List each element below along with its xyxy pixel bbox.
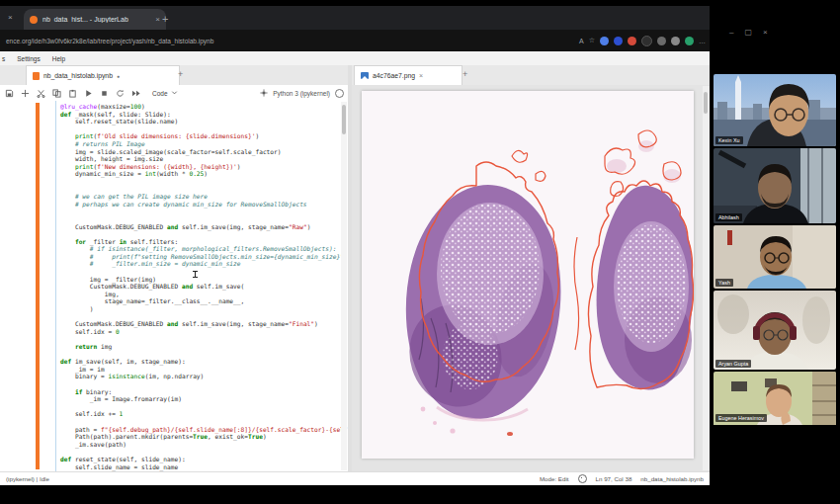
scrollbar-thumb[interactable]	[704, 92, 708, 114]
notebook-panel: nb_data_histolab.ipynb ● +	[0, 65, 348, 471]
extension-icon[interactable]	[614, 37, 623, 45]
paste-cells-button[interactable]	[68, 89, 77, 98]
code-line: self.idx += 1	[60, 410, 338, 418]
account-avatar[interactable]	[685, 37, 694, 45]
code-line: _im = im	[60, 366, 338, 374]
code-line: self.reset_state(slide.name)	[60, 118, 338, 126]
new-launcher-button[interactable]: +	[178, 69, 183, 79]
read-aloud-icon[interactable]: A	[579, 38, 584, 44]
browser-tab-title: nb_data_hist... - JupyterLab	[42, 16, 150, 23]
favorites-star-icon[interactable]: ☆	[589, 37, 595, 44]
profile-avatar[interactable]	[671, 37, 680, 45]
image-viewer-content	[352, 85, 710, 471]
participant-tile[interactable]: Kexin Xu	[714, 74, 836, 146]
text-cursor	[195, 271, 196, 278]
minimize-icon[interactable]: –	[729, 28, 733, 37]
maximize-icon[interactable]: ▢	[744, 28, 752, 37]
menu-settings[interactable]: Settings	[17, 55, 41, 62]
viewer-tabbar: a4c76ae7.png × +	[352, 65, 710, 86]
cell-type-value: Code	[152, 90, 168, 97]
new-launcher-button[interactable]: +	[462, 69, 467, 79]
menu-fragment: s	[2, 55, 5, 62]
cell-type-dropdown[interactable]: Code	[152, 90, 178, 97]
code-line: CustomMask.DEBUG_ENABLED and self.im_sav…	[60, 283, 338, 291]
code-line: def im_save(self, im, stage_name):	[60, 358, 338, 366]
menu-help[interactable]: Help	[52, 55, 65, 62]
code-line: def _mask(self, slide: Slide):	[60, 111, 338, 119]
code-line	[60, 178, 338, 186]
address-bar-icons: A ☆ …	[579, 30, 706, 51]
participant-tile[interactable]: Aryan Gupta	[714, 291, 836, 370]
cursor-position[interactable]: Ln 97, Col 38	[596, 475, 632, 482]
code-line: width, height = img.size	[60, 155, 338, 163]
histology-slide-image	[362, 91, 694, 459]
tab-close-icon[interactable]: ×	[155, 15, 160, 24]
scrollbar-thumb[interactable]	[342, 105, 346, 134]
add-cell-button[interactable]	[21, 89, 30, 98]
close-icon[interactable]: ×	[763, 28, 768, 37]
tab-close-icon[interactable]: ×	[419, 72, 423, 79]
kernel-status-icon[interactable]	[335, 89, 344, 98]
notebook-tab-title: nb_data_histolab.ipynb	[43, 72, 113, 79]
histology-svg	[362, 91, 694, 459]
code-line: img,	[60, 291, 338, 298]
code-line: img = slide.scaled_image(scale_factor=se…	[60, 148, 338, 156]
code-line: Path(path).parent.mkdir(parents=True, ex…	[60, 433, 338, 441]
extension-icon[interactable]	[600, 37, 609, 45]
code-line	[60, 208, 338, 215]
participant-tile[interactable]: Yash	[714, 225, 836, 289]
url-text[interactable]: ence.org/ide/h3w0fv6kr2k8e/lab/tree/proj…	[6, 38, 213, 44]
interrupt-kernel-button[interactable]	[100, 89, 109, 98]
code-line: self.slide_name = slide_name	[60, 463, 338, 471]
code-line	[60, 215, 338, 223]
image-tab[interactable]: a4c76ae7.png ×	[354, 65, 462, 85]
code-line: if binary:	[60, 388, 338, 396]
kernel-settings-icon[interactable]	[260, 89, 268, 97]
notebook-tab[interactable]: nb_data_histolab.ipynb ●	[26, 65, 180, 85]
code-editor[interactable]: @lru_cache(maxsize=100)def _mask(self, s…	[0, 101, 348, 471]
participant-name: Kexin Xu	[715, 136, 743, 144]
code-line	[60, 335, 338, 343]
background-tab-close-icon[interactable]: ×	[8, 13, 13, 22]
participant-tile[interactable]: Eugene Herasimov	[714, 372, 836, 449]
notification-icon[interactable]	[578, 474, 587, 483]
kernel-name[interactable]: Python 3 (ipykernel)	[273, 90, 330, 97]
copy-cells-button[interactable]	[52, 89, 61, 98]
address-bar[interactable]: ence.org/ide/h3w0fv6kr2k8e/lab/tree/proj…	[0, 30, 710, 51]
participant-tile[interactable]: Abhilash	[714, 148, 836, 223]
extensions-puzzle-icon[interactable]	[657, 37, 666, 45]
new-tab-button[interactable]: +	[162, 14, 168, 24]
mode-indicator: Mode: Edit	[540, 475, 569, 482]
kernel-status-text: (ipykernel) | Idle	[6, 475, 49, 482]
browser-menu-icon[interactable]: …	[699, 38, 706, 44]
participant-video	[714, 148, 836, 223]
code-line: # print(f"setting RemoveSmallObjects.min…	[60, 253, 338, 261]
restart-run-all-button[interactable]	[131, 89, 141, 98]
code-line: _im = Image.fromarray(im)	[60, 395, 338, 403]
code-line	[60, 351, 338, 359]
restart-kernel-button[interactable]	[116, 89, 125, 98]
code-line: def reset_state(self, slide_name):	[60, 456, 338, 463]
code-line: # if isinstance(_filter, morphological_f…	[60, 245, 338, 253]
code-line: stage_name=_filter.__class__.__name__,	[60, 297, 338, 305]
code-line	[60, 448, 338, 456]
browser-tab-jupyterlab[interactable]: nb_data_hist... - JupyterLab ×	[24, 9, 166, 30]
extension-icon[interactable]	[628, 37, 636, 45]
code-line: print(f'New dimensions: ({width}, {heigh…	[60, 163, 338, 171]
jupyter-favicon	[30, 16, 38, 24]
code-line: # _filter.min_size = dynamic_min_size	[60, 260, 338, 268]
extension-icon[interactable]	[641, 36, 652, 46]
code-line: img = _filter(img)	[60, 276, 338, 284]
viewer-scrollbar[interactable]	[703, 86, 710, 470]
editor-scrollbar[interactable]	[341, 102, 347, 470]
code-line: binary = isinstance(im, np.ndarray)	[60, 373, 338, 380]
kernel-zone: Python 3 (ipykernel)	[260, 85, 344, 101]
code-lines[interactable]: @lru_cache(maxsize=100)def _mask(self, s…	[60, 103, 338, 470]
run-cell-button[interactable]	[84, 89, 93, 98]
participant-name: Aryan Gupta	[715, 360, 751, 368]
jupyterlab-main: nb_data_histolab.ipynb ● +	[0, 65, 710, 471]
save-button[interactable]	[5, 89, 14, 98]
code-line: for _filter in self.filters:	[60, 238, 338, 246]
browser-tabstrip: × nb_data_hist... - JupyterLab × +	[0, 6, 710, 30]
cut-cells-button[interactable]	[37, 89, 45, 98]
